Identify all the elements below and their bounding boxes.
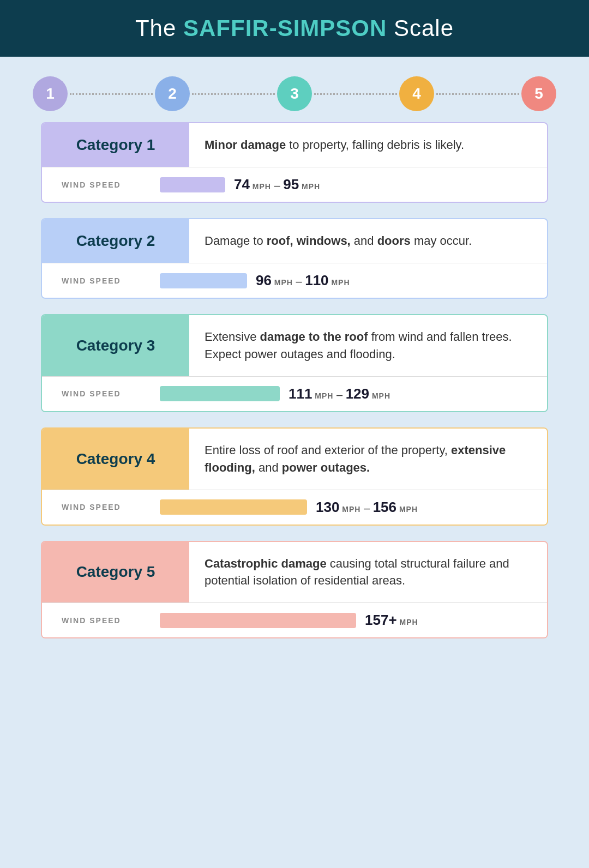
scale-dots-4 xyxy=(436,93,519,95)
speed-bar-5 xyxy=(160,613,356,628)
category-top-4: Category 4 Entire loss of roof and exter… xyxy=(42,429,547,490)
title-highlight: SAFFIR-SIMPSON xyxy=(183,15,387,41)
scale-bar: 1 2 3 4 5 xyxy=(0,57,589,122)
speed-label-3: WIND SPEED xyxy=(51,389,160,398)
speed-label-5: WIND SPEED xyxy=(51,616,160,625)
category-desc-5: Catastrophic damage causing total struct… xyxy=(189,542,547,603)
category-speed-5: WIND SPEED 157+ MPH xyxy=(42,602,547,637)
category-card-1: Category 1 Minor damage to property, fal… xyxy=(41,122,548,203)
speed-bar-wrap-1: 74 MPH – 95 MPH xyxy=(160,176,532,193)
speed-bar-1 xyxy=(160,177,225,192)
category-label-1: Category 1 xyxy=(42,123,189,167)
category-label-4: Category 4 xyxy=(42,429,189,490)
category-card-4: Category 4 Entire loss of roof and exter… xyxy=(41,427,548,526)
category-label-5: Category 5 xyxy=(42,542,189,603)
speed-bar-2 xyxy=(160,273,247,288)
scale-circle-2: 2 xyxy=(155,76,190,111)
speed-label-4: WIND SPEED xyxy=(51,503,160,511)
category-speed-1: WIND SPEED 74 MPH – 95 MPH xyxy=(42,167,547,202)
category-desc-4: Entire loss of roof and exterior of the … xyxy=(189,429,547,490)
speed-label-1: WIND SPEED xyxy=(51,180,160,189)
speed-text-2: 96 MPH – 110 MPH xyxy=(256,272,350,289)
speed-text-4: 130 MPH – 156 MPH xyxy=(316,499,418,516)
scale-dots-2 xyxy=(192,93,275,95)
category-desc-1: Minor damage to property, falling debris… xyxy=(189,123,547,167)
speed-text-5: 157+ MPH xyxy=(365,612,418,629)
speed-text-3: 111 MPH – 129 MPH xyxy=(289,385,390,402)
category-label-2: Category 2 xyxy=(42,219,189,263)
scale-circle-5: 5 xyxy=(521,76,556,111)
scale-circle-4: 4 xyxy=(399,76,434,111)
speed-bar-wrap-3: 111 MPH – 129 MPH xyxy=(160,385,532,402)
header: The SAFFIR-SIMPSON Scale xyxy=(0,0,589,57)
category-top-2: Category 2 Damage to roof, windows, and … xyxy=(42,219,547,263)
speed-bar-wrap-2: 96 MPH – 110 MPH xyxy=(160,272,532,289)
categories-list: Category 1 Minor damage to property, fal… xyxy=(41,122,548,666)
scale-circle-3: 3 xyxy=(277,76,312,111)
speed-bar-wrap-4: 130 MPH – 156 MPH xyxy=(160,499,532,516)
page-title: The SAFFIR-SIMPSON Scale xyxy=(11,15,578,41)
category-card-5: Category 5 Catastrophic damage causing t… xyxy=(41,541,548,639)
category-desc-2: Damage to roof, windows, and doors may o… xyxy=(189,219,547,263)
category-top-1: Category 1 Minor damage to property, fal… xyxy=(42,123,547,167)
title-suffix: Scale xyxy=(387,15,454,41)
scale-circle-1: 1 xyxy=(33,76,68,111)
category-label-3: Category 3 xyxy=(42,315,189,376)
category-top-5: Category 5 Catastrophic damage causing t… xyxy=(42,542,547,603)
speed-bar-wrap-5: 157+ MPH xyxy=(160,612,532,629)
category-speed-2: WIND SPEED 96 MPH – 110 MPH xyxy=(42,263,547,298)
category-speed-4: WIND SPEED 130 MPH – 156 MPH xyxy=(42,490,547,525)
speed-bar-3 xyxy=(160,386,280,401)
category-card-3: Category 3 Extensive damage to the roof … xyxy=(41,314,548,412)
category-top-3: Category 3 Extensive damage to the roof … xyxy=(42,315,547,376)
scale-dots-3 xyxy=(314,93,397,95)
speed-label-2: WIND SPEED xyxy=(51,276,160,285)
category-card-2: Category 2 Damage to roof, windows, and … xyxy=(41,218,548,299)
category-speed-3: WIND SPEED 111 MPH – 129 MPH xyxy=(42,376,547,411)
speed-bar-4 xyxy=(160,499,307,515)
category-desc-3: Extensive damage to the roof from wind a… xyxy=(189,315,547,376)
scale-dots-1 xyxy=(70,93,153,95)
title-prefix: The xyxy=(135,15,183,41)
speed-text-1: 74 MPH – 95 MPH xyxy=(234,176,320,193)
